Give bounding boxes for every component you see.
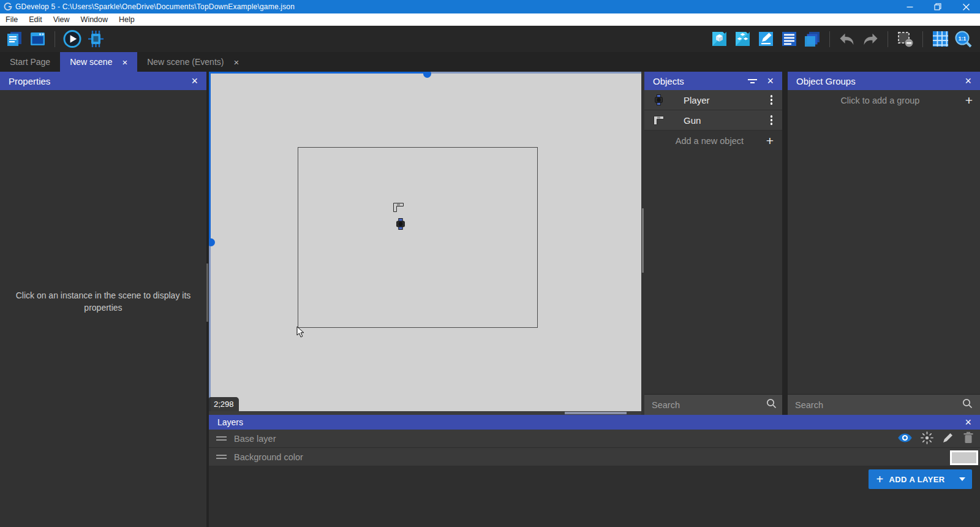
- vertical-scrollbar-thumb[interactable]: [642, 208, 644, 273]
- redo-icon[interactable]: [861, 30, 880, 48]
- horizontal-scrollbar-thumb[interactable]: [565, 412, 627, 414]
- object-groups-search-bar: [788, 394, 980, 415]
- layer-row-base[interactable]: Base layer: [209, 430, 980, 448]
- window-title: GDevelop 5 - C:\Users\Sparkle\OneDrive\D…: [15, 2, 295, 11]
- object-name: Gun: [684, 115, 701, 126]
- svg-text:1:1: 1:1: [959, 35, 967, 41]
- window-mask-icon[interactable]: [896, 30, 914, 48]
- object-groups-editor-icon[interactable]: [733, 30, 752, 48]
- editor-tabs: Start Page New scene × New scene (Events…: [0, 52, 980, 72]
- add-group-button[interactable]: Click to add a group +: [788, 90, 980, 110]
- search-icon: [962, 398, 973, 411]
- toolbar-separator: [922, 31, 923, 47]
- plus-icon: +: [876, 472, 883, 487]
- zoom-original-icon[interactable]: 1:1: [954, 30, 973, 48]
- gun-object-thumbnail: [653, 115, 664, 126]
- filter-icon[interactable]: [748, 75, 757, 86]
- effects-icon[interactable]: [921, 431, 933, 447]
- player-sprite[interactable]: [396, 218, 405, 232]
- kebab-menu-icon[interactable]: [769, 113, 774, 127]
- tab-close-icon[interactable]: ×: [122, 58, 127, 67]
- plus-icon[interactable]: +: [766, 134, 774, 147]
- project-manager-icon[interactable]: [5, 30, 23, 48]
- objects-search-input[interactable]: [652, 400, 766, 410]
- play-icon[interactable]: [63, 30, 81, 48]
- resize-handle-left[interactable]: [209, 238, 215, 246]
- properties-panel-header: Properties ×: [0, 72, 206, 90]
- menu-edit[interactable]: Edit: [23, 13, 48, 26]
- toolbar-right-group: 1:1: [710, 30, 980, 48]
- caret-down-icon: [959, 477, 965, 481]
- menu-help[interactable]: Help: [113, 13, 140, 26]
- minimize-button[interactable]: [895, 0, 924, 13]
- search-icon: [766, 398, 777, 411]
- drag-handle-icon[interactable]: [216, 434, 227, 442]
- toolbar-separator: [829, 31, 830, 47]
- drag-handle-icon[interactable]: [216, 453, 227, 461]
- properties-empty-message: Click on an instance in the scene to dis…: [0, 289, 206, 314]
- menu-file[interactable]: File: [0, 13, 23, 26]
- cursor-coordinates-badge: 2;298: [209, 397, 239, 411]
- panel-title: Properties: [9, 76, 50, 86]
- object-name: Player: [684, 95, 710, 105]
- undo-icon[interactable]: [838, 30, 856, 48]
- add-new-object-label: Add a new object: [653, 136, 766, 146]
- gdevelop-logo-icon: [3, 2, 13, 12]
- objects-editor-icon[interactable]: [710, 30, 728, 48]
- game-window-frame: [298, 147, 538, 328]
- trash-icon[interactable]: [963, 431, 974, 446]
- layer-actions: [898, 430, 974, 448]
- scene-canvas[interactable]: 2;298: [209, 72, 641, 411]
- menu-window[interactable]: Window: [75, 13, 113, 26]
- layers-editor-icon[interactable]: [803, 30, 821, 48]
- object-row-player[interactable]: Player: [644, 90, 782, 110]
- tab-start-page[interactable]: Start Page: [0, 52, 60, 72]
- menu-bar: File Edit View Window Help: [0, 13, 980, 26]
- object-groups-search-input[interactable]: [795, 400, 962, 410]
- debug-icon[interactable]: [86, 30, 105, 48]
- close-icon[interactable]: ×: [965, 417, 971, 428]
- add-new-object-button[interactable]: Add a new object +: [644, 131, 782, 151]
- gun-sprite[interactable]: [393, 203, 404, 214]
- start-page-icon[interactable]: [28, 30, 47, 48]
- toolbar-left-group: [0, 30, 105, 48]
- instances-list-icon[interactable]: [780, 30, 798, 48]
- plus-icon[interactable]: +: [965, 94, 973, 107]
- vertical-scrollbar-thumb[interactable]: [206, 264, 208, 322]
- objects-panel: Objects × Player: [644, 72, 782, 415]
- object-groups-panel-header: Object Groups ×: [788, 72, 980, 90]
- object-row-gun[interactable]: Gun: [644, 110, 782, 131]
- gdevelop-window: GDevelop 5 - C:\Users\Sparkle\OneDrive\D…: [0, 0, 980, 527]
- panel-title: Object Groups: [796, 76, 856, 86]
- resize-handle-top[interactable]: [423, 72, 431, 78]
- close-button[interactable]: [952, 0, 980, 13]
- objects-panel-header: Objects ×: [644, 72, 782, 90]
- kebab-menu-icon[interactable]: [769, 93, 774, 107]
- tab-new-scene[interactable]: New scene ×: [60, 52, 137, 72]
- panel-divider: [782, 72, 788, 415]
- grid-icon[interactable]: [931, 30, 949, 48]
- tab-label: New scene: [70, 57, 112, 67]
- object-groups-panel: Object Groups × Click to add a group +: [788, 72, 980, 415]
- toolbar-separator: [55, 31, 55, 47]
- player-object-thumbnail: [653, 94, 664, 106]
- add-layer-button[interactable]: + ADD A LAYER: [869, 469, 972, 489]
- properties-editor-icon[interactable]: [756, 30, 775, 48]
- mouse-cursor: [296, 326, 305, 341]
- tab-new-scene-events[interactable]: New scene (Events) ×: [137, 52, 249, 72]
- layer-name: Background color: [234, 452, 303, 462]
- close-icon[interactable]: ×: [965, 75, 971, 86]
- background-color-swatch[interactable]: [950, 450, 978, 465]
- main-toolbar: 1:1: [0, 26, 980, 52]
- visibility-eye-icon[interactable]: [898, 433, 912, 445]
- layer-row-background-color[interactable]: Background color: [209, 448, 980, 466]
- restore-button[interactable]: [924, 0, 952, 13]
- close-icon[interactable]: ×: [191, 75, 198, 86]
- close-icon[interactable]: ×: [767, 75, 774, 86]
- menu-view[interactable]: View: [48, 13, 75, 26]
- tab-close-icon[interactable]: ×: [233, 58, 239, 67]
- edit-pencil-icon[interactable]: [942, 431, 954, 446]
- toolbar-separator: [888, 31, 888, 47]
- window-titlebar: GDevelop 5 - C:\Users\Sparkle\OneDrive\D…: [0, 0, 980, 13]
- add-layer-dropdown[interactable]: [952, 469, 972, 489]
